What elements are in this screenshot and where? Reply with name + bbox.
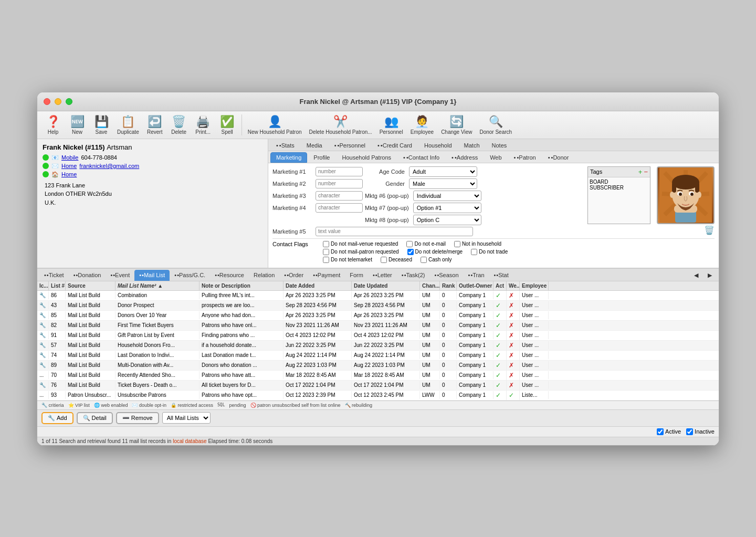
revert-button[interactable]: ↩️ Revert xyxy=(143,113,166,136)
col-header-act[interactable]: Act xyxy=(494,281,507,290)
employee-button[interactable]: 🧑‍💼 Employee xyxy=(407,113,437,136)
tab-match[interactable]: Match xyxy=(458,140,486,151)
tab-profile[interactable]: Profile xyxy=(308,152,335,163)
remove-button[interactable]: ➖ Remove xyxy=(116,412,159,424)
tab-patron[interactable]: •Patron xyxy=(508,152,542,163)
tab-donor[interactable]: •Donor xyxy=(542,152,575,163)
list-row[interactable]: 🔧 91 Mail List Build Gift Patron List by… xyxy=(37,331,719,341)
col-header-name[interactable]: Mail List Name² ▲ xyxy=(116,281,200,290)
flag-no-mail-venue-checkbox[interactable] xyxy=(323,241,329,247)
save-button[interactable]: 💾 Save xyxy=(90,113,113,136)
new-household-button[interactable]: 👤 New Household Patron xyxy=(245,113,305,136)
col-header-listnum[interactable]: List # xyxy=(49,281,66,290)
col-header-outlet[interactable]: Outlet-Owner xyxy=(457,281,494,290)
inactive-checkbox[interactable] xyxy=(686,428,693,435)
btab-nav-next[interactable]: ▶ xyxy=(703,270,717,281)
list-row[interactable]: ... 70 Mail List Build Recently Attended… xyxy=(37,371,719,381)
add-button[interactable]: 🔧 Add xyxy=(41,412,74,424)
change-view-button[interactable]: 🔄 Change View xyxy=(438,113,475,136)
flag-deceased-checkbox[interactable] xyxy=(381,257,387,263)
zoom-button[interactable] xyxy=(66,98,72,105)
donor-search-button[interactable]: 🔍 Donor Search xyxy=(476,113,515,136)
tab-notes[interactable]: Notes xyxy=(486,140,513,151)
mktg4-input[interactable] xyxy=(316,203,363,213)
btab-task2[interactable]: •Task(2) xyxy=(397,270,430,281)
list-row[interactable]: ... 93 Patron Unsubscr... Unsubscribe Pa… xyxy=(37,391,719,401)
btab-donation[interactable]: •Donation xyxy=(69,270,106,281)
home-email[interactable]: franknickel@gmail.com xyxy=(79,163,139,169)
mktg8-select[interactable]: Option C xyxy=(413,215,481,225)
btab-resource[interactable]: •Resource xyxy=(210,270,249,281)
spell-button[interactable]: ✅ Spell xyxy=(216,113,239,136)
delete-button[interactable]: 🗑️ Delete xyxy=(167,113,191,136)
list-row[interactable]: 🔧 43 Mail List Build Donor Prospect pros… xyxy=(37,301,719,311)
flag-no-email-checkbox[interactable] xyxy=(406,241,413,247)
avatar-delete-icon[interactable]: 🗑️ xyxy=(704,226,715,235)
gender-select[interactable]: Male xyxy=(409,178,477,189)
tab-credit-card[interactable]: •Credit Card xyxy=(372,140,418,151)
btab-order[interactable]: •Order xyxy=(279,270,308,281)
list-row[interactable]: 🔧 85 Mail List Build Donors Over 10 Year… xyxy=(37,311,719,321)
btab-event[interactable]: •Event xyxy=(106,270,134,281)
flag-no-telemarket-checkbox[interactable] xyxy=(323,257,329,263)
mktg5-input[interactable] xyxy=(316,227,473,236)
col-header-source[interactable]: Source xyxy=(66,281,116,290)
list-row[interactable]: 🔧 57 Mail List Build Household Donors Fr… xyxy=(37,341,719,351)
btab-mail-list[interactable]: •Mail List xyxy=(134,270,170,281)
new-button[interactable]: 🆕 New xyxy=(66,113,89,136)
btab-ticket[interactable]: •Ticket xyxy=(39,270,69,281)
tab-address[interactable]: •Address xyxy=(446,152,484,163)
col-header-dateupdated[interactable]: Date Updated xyxy=(352,281,420,290)
delete-household-button[interactable]: ✂️ Delete Household Patron... xyxy=(306,113,375,136)
tab-media[interactable]: Media xyxy=(301,140,328,151)
list-row[interactable]: 🔧 74 Mail List Build Last Donation to In… xyxy=(37,351,719,361)
tab-personnel[interactable]: •Personnel xyxy=(329,140,371,151)
col-header-dateadded[interactable]: Date Added xyxy=(284,281,352,290)
list-row[interactable]: 🔧 89 Mail List Build Multi-Donation with… xyxy=(37,361,719,371)
flag-no-delete-merge-checkbox[interactable] xyxy=(407,249,414,255)
mktg1-input[interactable] xyxy=(316,167,363,176)
detail-button[interactable]: 🔍 Detail xyxy=(77,412,113,424)
col-header-chan[interactable]: Chan... xyxy=(420,281,440,290)
list-row[interactable]: 🔧 76 Mail List Build Ticket Buyers - Dea… xyxy=(37,381,719,391)
personnel-button[interactable]: 👥 Personnel xyxy=(376,113,406,136)
close-button[interactable] xyxy=(44,98,50,105)
col-header-employee[interactable]: Employee xyxy=(520,281,549,290)
active-checkbox[interactable] xyxy=(657,428,664,435)
btab-season[interactable]: •Season xyxy=(430,270,464,281)
mktg3-input[interactable] xyxy=(316,191,363,201)
btab-stat[interactable]: •Stat xyxy=(489,270,513,281)
home-address-label[interactable]: Home xyxy=(61,171,77,177)
mobile-label[interactable]: Mobile xyxy=(61,154,78,161)
help-button[interactable]: ❓ Help xyxy=(41,113,65,136)
tab-household-patrons[interactable]: Household Patrons xyxy=(336,152,397,163)
tab-web[interactable]: Web xyxy=(484,152,507,163)
print-button[interactable]: 🖨️ Print... xyxy=(192,113,215,136)
btab-relation[interactable]: Relation xyxy=(249,270,279,281)
col-header-rank[interactable]: Rank xyxy=(440,281,457,290)
list-row[interactable]: 🔧 82 Mail List Build First Time Ticket B… xyxy=(37,321,719,331)
minimize-button[interactable] xyxy=(55,98,61,105)
tags-remove-icon[interactable]: − xyxy=(644,168,648,176)
btab-tran[interactable]: •Tran xyxy=(464,270,489,281)
btab-payment[interactable]: •Payment xyxy=(308,270,345,281)
flag-no-trade-checkbox[interactable] xyxy=(471,249,477,255)
tab-contact-info[interactable]: •Contact Info xyxy=(397,152,445,163)
tab-marketing[interactable]: Marketing xyxy=(270,152,307,163)
mktg2-input[interactable] xyxy=(316,179,363,188)
tags-add-icon[interactable]: + xyxy=(638,168,643,176)
home-label[interactable]: Home xyxy=(61,163,77,169)
btab-pass-gc[interactable]: •Pass/G.C. xyxy=(170,270,210,281)
flag-no-mail-patron-checkbox[interactable] xyxy=(323,249,329,255)
list-row[interactable]: 🔧 86 Mail List Build Combination Pulling… xyxy=(37,291,719,301)
flag-cash-only-checkbox[interactable] xyxy=(421,257,427,263)
duplicate-button[interactable]: 📋 Duplicate xyxy=(114,113,142,136)
mail-list-filter[interactable]: All Mail Lists xyxy=(162,412,211,424)
mktg7-select[interactable]: Option #1 xyxy=(413,203,481,213)
mktg6-select[interactable]: Individual xyxy=(413,191,481,201)
col-header-we[interactable]: We... xyxy=(507,281,520,290)
btab-letter[interactable]: •Letter xyxy=(368,270,397,281)
age-code-select[interactable]: Adult xyxy=(409,166,477,177)
flag-not-household-checkbox[interactable] xyxy=(454,241,460,247)
btab-form[interactable]: Form xyxy=(345,270,368,281)
